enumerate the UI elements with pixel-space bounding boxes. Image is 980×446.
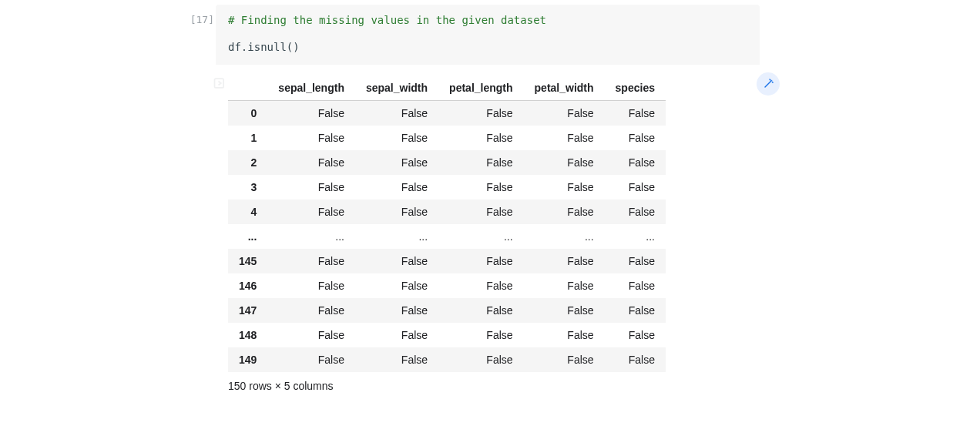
cell-value: False [605,150,666,175]
cell-value: False [524,150,605,175]
cell-value: False [355,273,438,298]
col-header: sepal_length [267,75,355,101]
cell-value: False [438,249,523,273]
cell-value: False [605,200,666,224]
cell-value: False [605,323,666,347]
svg-rect-0 [215,79,224,88]
cell-value: False [267,323,355,347]
col-header: sepal_width [355,75,438,101]
dataframe-shape-text: 150 rows × 5 columns [228,380,747,392]
cell-value: False [267,249,355,273]
row-index: 2 [228,150,267,175]
table-corner [228,75,267,101]
row-index: 3 [228,175,267,200]
table-row: .................. [228,224,666,249]
row-index: 4 [228,200,267,224]
cell-value: False [524,273,605,298]
cell-value: False [438,150,523,175]
cell-value: False [524,175,605,200]
cell-value: False [605,101,666,126]
notebook-cell: [17] # Finding the missing values in the… [216,5,760,395]
cell-value: False [605,347,666,372]
code-line-comment: # Finding the missing values in the give… [228,12,747,29]
cell-value: False [267,273,355,298]
cell-value: ... [605,224,666,249]
table-row: 148FalseFalseFalseFalseFalse [228,323,666,347]
cell-value: ... [524,224,605,249]
row-index: 146 [228,273,267,298]
table-row: 3FalseFalseFalseFalseFalse [228,175,666,200]
cell-value: ... [267,224,355,249]
cell-value: False [438,347,523,372]
table-row: 1FalseFalseFalseFalseFalse [228,126,666,150]
cell-value: False [524,347,605,372]
row-index: 149 [228,347,267,372]
table-row: 146FalseFalseFalseFalseFalse [228,273,666,298]
cell-value: False [438,323,523,347]
table-row: 4FalseFalseFalseFalseFalse [228,200,666,224]
cell-value: False [355,249,438,273]
cell-value: False [438,126,523,150]
cell-output: sepal_length sepal_width petal_length pe… [216,65,760,395]
cell-value: False [267,347,355,372]
code-line-blank [228,29,747,39]
cell-value: ... [438,224,523,249]
cell-value: False [355,298,438,323]
magic-suggest-button[interactable] [757,72,780,96]
cell-value: False [267,150,355,175]
cell-value: False [605,273,666,298]
cell-value: False [524,323,605,347]
cell-value: False [524,249,605,273]
code-line-body: df.isnull() [228,39,747,55]
cell-value: False [355,200,438,224]
cell-value: False [438,298,523,323]
row-index: 1 [228,126,267,150]
cell-value: False [267,298,355,323]
cell-value: False [524,101,605,126]
table-row: 147FalseFalseFalseFalseFalse [228,298,666,323]
row-index: 0 [228,101,267,126]
cell-value: False [355,150,438,175]
cell-value: False [267,126,355,150]
col-header: petal_length [438,75,523,101]
cell-value: ... [355,224,438,249]
cell-value: False [355,101,438,126]
cell-value: False [438,200,523,224]
table-header-row: sepal_length sepal_width petal_length pe… [228,75,666,101]
table-row: 149FalseFalseFalseFalseFalse [228,347,666,372]
cell-value: False [267,101,355,126]
cell-value: False [605,126,666,150]
col-header: species [605,75,666,101]
svg-point-1 [771,80,772,81]
cell-exec-count: [17] [180,14,214,25]
svg-point-2 [772,82,773,82]
output-marker-icon [213,75,228,91]
row-index: 147 [228,298,267,323]
row-index: 148 [228,323,267,347]
cell-value: False [524,126,605,150]
row-index: ... [228,224,267,249]
cell-value: False [605,249,666,273]
cell-value: False [267,200,355,224]
cell-value: False [605,175,666,200]
cell-value: False [605,298,666,323]
table-row: 145FalseFalseFalseFalseFalse [228,249,666,273]
cell-value: False [438,273,523,298]
col-header: petal_width [524,75,605,101]
cell-value: False [267,175,355,200]
cell-value: False [355,347,438,372]
table-row: 0FalseFalseFalseFalseFalse [228,101,666,126]
cell-value: False [355,323,438,347]
cell-value: False [438,175,523,200]
cell-value: False [355,126,438,150]
cell-value: False [524,298,605,323]
dataframe-table: sepal_length sepal_width petal_length pe… [228,75,666,372]
cell-value: False [355,175,438,200]
code-cell-input[interactable]: # Finding the missing values in the give… [216,5,760,65]
row-index: 145 [228,249,267,273]
cell-value: False [524,200,605,224]
cell-value: False [438,101,523,126]
table-row: 2FalseFalseFalseFalseFalse [228,150,666,175]
